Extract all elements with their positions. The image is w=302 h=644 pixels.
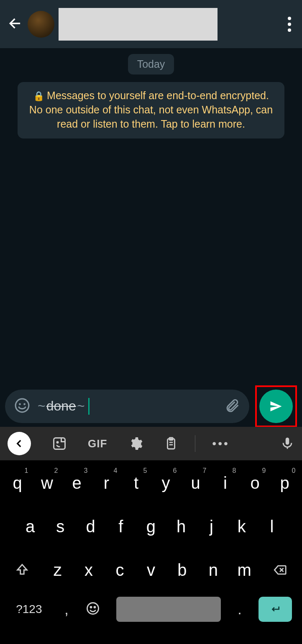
key-i[interactable]: i8 bbox=[213, 466, 238, 500]
key-m[interactable]: m bbox=[232, 553, 257, 587]
back-icon[interactable] bbox=[8, 15, 23, 33]
kb-back-button[interactable] bbox=[8, 432, 31, 455]
tilde-before: ~ bbox=[38, 398, 46, 414]
key-f[interactable]: f bbox=[108, 510, 133, 543]
contact-name[interactable] bbox=[59, 8, 218, 41]
shift-key[interactable] bbox=[5, 553, 39, 587]
date-chip: Today bbox=[128, 54, 174, 74]
key-y[interactable]: y6 bbox=[154, 466, 179, 500]
keyboard-toolbar: GIF ••• bbox=[0, 427, 302, 460]
lock-icon: 🔒 bbox=[33, 91, 44, 101]
gif-button[interactable]: GIF bbox=[88, 437, 107, 450]
message-input[interactable]: ~done~ bbox=[5, 390, 249, 423]
emoji-icon[interactable] bbox=[14, 398, 30, 415]
svg-point-9 bbox=[94, 607, 95, 608]
tilde-after: ~ bbox=[77, 398, 85, 414]
key-c[interactable]: c bbox=[107, 553, 133, 587]
composer-row: ~done~ bbox=[0, 385, 302, 427]
comma-key[interactable]: , bbox=[58, 601, 75, 618]
key-r[interactable]: r4 bbox=[94, 466, 119, 500]
emoji-key[interactable] bbox=[85, 601, 106, 618]
svg-point-8 bbox=[90, 607, 92, 608]
key-b[interactable]: b bbox=[169, 553, 195, 587]
backspace-key[interactable] bbox=[263, 553, 297, 587]
key-l[interactable]: l bbox=[259, 510, 284, 543]
key-n[interactable]: n bbox=[201, 553, 226, 587]
toolbar-separator bbox=[195, 435, 195, 452]
key-e[interactable]: e3 bbox=[64, 466, 90, 500]
svg-rect-3 bbox=[54, 438, 65, 449]
keyboard-row-4: ?123 , . bbox=[3, 597, 299, 622]
kb-more-icon[interactable]: ••• bbox=[212, 437, 229, 450]
clipboard-icon[interactable] bbox=[164, 436, 178, 451]
key-q[interactable]: q1 bbox=[5, 466, 30, 500]
keyboard-row-1: q1w2e3r4t5y6u7i8o9p0 bbox=[3, 466, 299, 500]
svg-point-2 bbox=[23, 403, 26, 405]
spacebar-key[interactable] bbox=[116, 597, 221, 622]
key-u[interactable]: u7 bbox=[183, 466, 208, 500]
encryption-notice[interactable]: 🔒Messages to yourself are end-to-end enc… bbox=[18, 82, 284, 139]
key-s[interactable]: s bbox=[48, 510, 73, 543]
typed-text: done bbox=[46, 398, 76, 414]
svg-point-4 bbox=[57, 442, 58, 443]
enter-key[interactable] bbox=[258, 597, 292, 622]
key-p[interactable]: p0 bbox=[272, 466, 297, 500]
svg-point-0 bbox=[15, 399, 29, 412]
symbols-key[interactable]: ?123 bbox=[10, 603, 48, 616]
key-x[interactable]: x bbox=[76, 553, 101, 587]
svg-point-7 bbox=[87, 603, 98, 614]
key-d[interactable]: d bbox=[78, 510, 103, 543]
text-cursor bbox=[88, 398, 90, 415]
svg-point-1 bbox=[19, 403, 21, 405]
attach-icon[interactable] bbox=[224, 398, 240, 415]
keyboard: q1w2e3r4t5y6u7i8o9p0 asdfghjkl zxcvbnm ?… bbox=[0, 460, 302, 644]
key-o[interactable]: o9 bbox=[243, 466, 268, 500]
send-button[interactable] bbox=[259, 390, 293, 423]
encryption-text: Messages to yourself are end-to-end encr… bbox=[29, 90, 273, 130]
mic-icon[interactable] bbox=[280, 436, 294, 451]
message-text[interactable]: ~done~ bbox=[38, 398, 217, 415]
key-h[interactable]: h bbox=[169, 510, 194, 543]
chat-header bbox=[0, 0, 302, 48]
avatar[interactable] bbox=[28, 11, 54, 38]
key-j[interactable]: j bbox=[199, 510, 224, 543]
more-options-icon[interactable] bbox=[284, 13, 294, 35]
key-w[interactable]: w2 bbox=[35, 466, 60, 500]
key-t[interactable]: t5 bbox=[124, 466, 149, 500]
keyboard-row-3: zxcvbnm bbox=[3, 553, 299, 587]
send-button-highlight bbox=[255, 385, 297, 427]
period-key[interactable]: . bbox=[231, 601, 248, 618]
sticker-icon[interactable] bbox=[52, 436, 67, 451]
key-z[interactable]: z bbox=[45, 553, 70, 587]
key-k[interactable]: k bbox=[229, 510, 254, 543]
chat-area: Today 🔒Messages to yourself are end-to-e… bbox=[0, 48, 302, 427]
keyboard-row-2: asdfghjkl bbox=[3, 510, 299, 543]
gear-icon[interactable] bbox=[128, 436, 143, 451]
key-a[interactable]: a bbox=[18, 510, 43, 543]
key-v[interactable]: v bbox=[138, 553, 164, 587]
key-g[interactable]: g bbox=[138, 510, 164, 543]
